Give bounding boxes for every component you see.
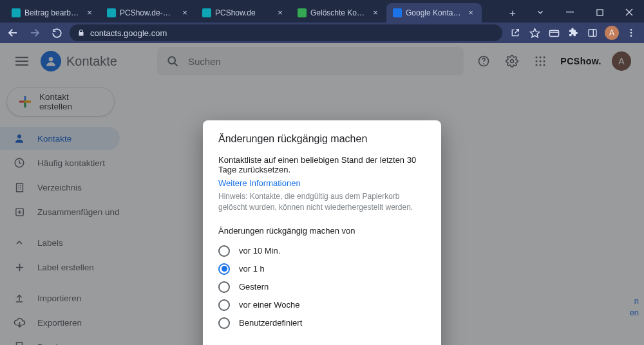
tab-close-icon[interactable]: × [180, 8, 189, 17]
tab-close-icon[interactable]: × [371, 8, 380, 17]
nav-forward-button[interactable] [26, 24, 44, 42]
browser-tab[interactable]: PCShow.de× [196, 3, 291, 23]
browser-tab[interactable]: Google Kontakte× [386, 3, 482, 23]
browser-tab[interactable]: Beitrag bearbeiten „Gelöscht× [5, 3, 100, 23]
tab-label: Gelöschte Kontakte wiederh [310, 8, 367, 17]
browser-address-bar: contacts.google.com A [0, 23, 644, 43]
radio-label: Gestern [239, 282, 269, 292]
tab-close-icon[interactable]: × [466, 8, 475, 17]
window-close-button[interactable] [614, 2, 644, 23]
tab-label: PCShow.de [215, 8, 272, 17]
tab-close-icon[interactable]: × [85, 8, 94, 17]
payment-icon[interactable] [545, 24, 563, 42]
tab-label: Beitrag bearbeiten „Gelöscht [24, 8, 81, 17]
browser-tab[interactable]: Gelöschte Kontakte wiederh× [291, 3, 386, 23]
radio-label: vor 10 Min. [239, 246, 280, 256]
tab-favicon [202, 8, 211, 17]
window-minimize-button[interactable] [555, 2, 585, 23]
dialog-subheading: Änderungen rückgängig machen von [218, 226, 426, 236]
page-content: Kontakte PCShow. A Kontakt erstellen Kon… [0, 43, 644, 345]
radio-icon [218, 281, 230, 293]
dialog-hint: Hinweis: Kontakte, die endgültig aus dem… [218, 191, 426, 213]
undo-time-option[interactable]: vor 1 h [218, 260, 426, 278]
chevron-down-icon[interactable] [526, 2, 555, 23]
svg-rect-0 [566, 12, 574, 12]
tab-label: PCShow.de-Mail [120, 8, 176, 17]
svg-marker-6 [530, 28, 539, 37]
window-maximize-button[interactable] [585, 2, 614, 23]
tab-favicon [298, 8, 307, 17]
svg-point-12 [630, 32, 632, 34]
radio-label: vor einer Woche [239, 300, 299, 310]
url-text: contacts.google.com [90, 28, 167, 38]
browser-tab[interactable]: PCShow.de-Mail× [100, 3, 196, 23]
radio-icon [218, 263, 230, 275]
undo-time-option[interactable]: Benutzerdefiniert [218, 314, 426, 332]
kebab-menu-icon[interactable] [622, 24, 640, 42]
radio-icon [218, 317, 230, 329]
svg-point-13 [630, 35, 632, 37]
bookmark-star-icon[interactable] [526, 24, 544, 42]
dialog-title: Änderungen rückgängig machen [218, 133, 426, 145]
svg-point-11 [630, 29, 632, 31]
more-info-link[interactable]: Weitere Informationen [218, 178, 301, 188]
undo-time-option[interactable]: vor einer Woche [218, 296, 426, 314]
svg-rect-1 [596, 9, 602, 15]
extensions-icon[interactable] [564, 24, 582, 42]
side-panel-icon[interactable] [583, 24, 601, 42]
url-field[interactable]: contacts.google.com [70, 24, 502, 41]
profile-avatar-small[interactable]: A [603, 24, 621, 42]
svg-rect-7 [549, 30, 558, 36]
undo-changes-dialog: Änderungen rückgängig machen Kontaktlist… [203, 120, 441, 345]
dialog-description: Kontaktliste auf einen beliebigen Stand … [218, 155, 426, 174]
tab-favicon [107, 8, 116, 17]
tab-favicon [12, 8, 21, 17]
lock-icon [77, 29, 85, 37]
window-controls [526, 2, 644, 23]
radio-icon [218, 299, 230, 311]
new-tab-button[interactable]: + [504, 5, 522, 23]
svg-rect-9 [589, 30, 596, 37]
undo-time-option[interactable]: Gestern [218, 278, 426, 296]
nav-reload-button[interactable] [48, 24, 66, 42]
nav-back-button[interactable] [4, 24, 22, 42]
radio-label: vor 1 h [239, 264, 265, 274]
tab-label: Google Kontakte [406, 8, 462, 17]
tab-favicon [393, 8, 402, 17]
share-icon[interactable] [506, 24, 524, 42]
tab-close-icon[interactable]: × [276, 8, 285, 17]
browser-titlebar: Beitrag bearbeiten „Gelöscht×PCShow.de-M… [0, 0, 644, 23]
undo-time-option[interactable]: vor 10 Min. [218, 242, 426, 260]
radio-icon [218, 245, 230, 257]
browser-tab-strip: Beitrag bearbeiten „Gelöscht×PCShow.de-M… [0, 0, 500, 23]
radio-label: Benutzerdefiniert [239, 318, 302, 328]
